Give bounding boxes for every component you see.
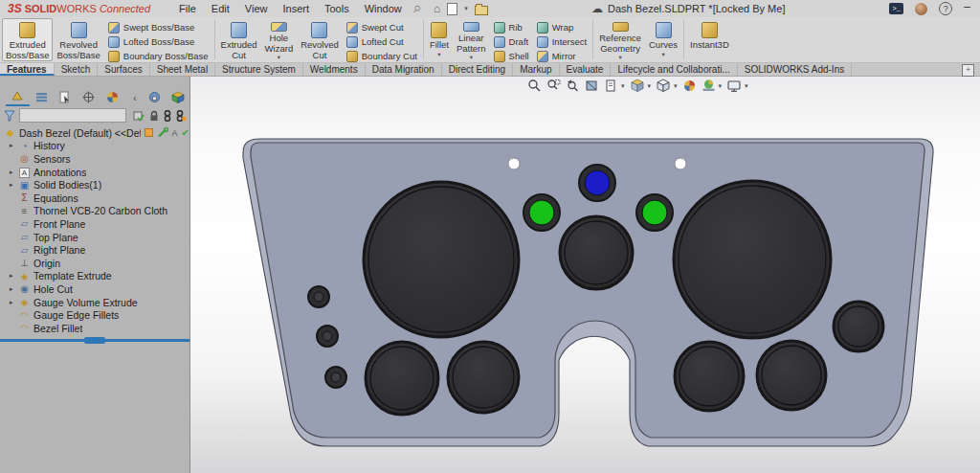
gauge-med-left-1[interactable] bbox=[366, 342, 438, 415]
menu-view[interactable]: View bbox=[237, 2, 276, 15]
linear-pattern-dropdown-icon[interactable]: ▾ bbox=[470, 54, 473, 60]
tree-item-history[interactable]: ▸ ◔ History bbox=[0, 140, 189, 153]
expander-icon[interactable]: ▸ bbox=[10, 299, 18, 306]
rib-button[interactable]: Rib bbox=[494, 21, 529, 34]
gauge-med-right-1[interactable] bbox=[675, 342, 744, 411]
model-canvas[interactable] bbox=[190, 77, 980, 473]
lofted-boss-base-button[interactable]: Lofted Boss/Base bbox=[108, 35, 209, 48]
fillet-button[interactable]: Fillet ▾ bbox=[426, 18, 453, 61]
tree-item-gauge-edge-fillets[interactable]: ◠ Gauge Edge Fillets bbox=[0, 308, 189, 322]
tree-item-equations[interactable]: Σ Equations bbox=[0, 191, 189, 205]
curves-button[interactable]: Curves ▾ bbox=[645, 18, 681, 61]
fillet-dropdown-icon[interactable]: ▾ bbox=[437, 51, 440, 57]
tree-item-hole-cut[interactable]: ▸ ◉ Hole Cut bbox=[0, 282, 189, 296]
curves-dropdown-icon[interactable]: ▾ bbox=[661, 51, 664, 57]
tab-data-migration[interactable]: Data Migration bbox=[366, 63, 442, 76]
configurationmanager-tab[interactable] bbox=[53, 91, 77, 105]
edit-appearance-icon[interactable] bbox=[682, 79, 697, 93]
extruded-boss-base-button[interactable]: Extruded Boss/Base bbox=[2, 18, 53, 61]
intersect-button[interactable]: Intersect bbox=[537, 35, 587, 48]
expand-feature-dimensions-icon[interactable]: + bbox=[962, 64, 974, 77]
menu-edit[interactable]: Edit bbox=[204, 2, 237, 15]
save-check-icon[interactable] bbox=[133, 110, 145, 122]
featuremanager-tree-tab[interactable] bbox=[6, 90, 30, 106]
revolved-cut-button[interactable]: Revolved Cut bbox=[297, 18, 343, 61]
new-document-dropdown-icon[interactable]: ▾ bbox=[464, 5, 468, 12]
tree-item-right-plane[interactable]: ▱ Right Plane bbox=[0, 243, 189, 257]
tree-item-root[interactable]: ◆ Dash Bezel (Default) <<Default>_Disp A… bbox=[0, 126, 189, 140]
gauge-med-left-2[interactable] bbox=[448, 342, 519, 413]
graphics-viewport[interactable]: ▾ ▾ ▾ ▾ ▾ bbox=[190, 77, 980, 473]
command-console-icon[interactable]: >_ bbox=[889, 3, 903, 14]
expander-icon[interactable]: ▸ bbox=[10, 285, 18, 293]
gauge-large-left[interactable] bbox=[364, 182, 519, 337]
help-icon[interactable]: ? bbox=[939, 2, 952, 15]
tree-item-template-extrude[interactable]: ▸ ◈ Template Extrude bbox=[0, 270, 189, 283]
reference-geometry-button[interactable]: Reference Geometry ▾ bbox=[595, 18, 645, 61]
tab-sketch[interactable]: Sketch bbox=[55, 63, 99, 76]
new-document-icon[interactable] bbox=[447, 3, 457, 15]
linear-pattern-button[interactable]: Linear Pattern ▾ bbox=[453, 18, 490, 61]
gauge-small-right[interactable] bbox=[834, 302, 883, 351]
minimize-button[interactable]: – bbox=[964, 0, 970, 13]
tree-item-sensors[interactable]: ◎ Sensors bbox=[0, 152, 189, 166]
tab-lifecycle-collaboration[interactable]: Lifecycle and Collaborati... bbox=[611, 63, 737, 76]
swept-boss-base-button[interactable]: Swept Boss/Base bbox=[108, 21, 209, 34]
zoom-to-area-icon[interactable] bbox=[546, 79, 561, 93]
apply-scene-icon[interactable] bbox=[702, 79, 716, 93]
expander-icon[interactable]: ▸ bbox=[10, 169, 18, 176]
gauge-large-right[interactable] bbox=[674, 181, 831, 338]
rollback-bar[interactable] bbox=[0, 339, 189, 342]
view-orientation-dropdown-icon[interactable]: ▾ bbox=[648, 82, 652, 90]
expander-icon[interactable]: ▸ bbox=[10, 142, 18, 149]
tree-item-front-plane[interactable]: ▱ Front Plane bbox=[0, 217, 189, 231]
tab-surfaces[interactable]: Surfaces bbox=[98, 63, 149, 76]
annotation-views-dropdown-icon[interactable]: ▾ bbox=[621, 82, 625, 90]
tab-evaluate[interactable]: Evaluate bbox=[560, 63, 612, 76]
menu-file[interactable]: File bbox=[171, 2, 204, 15]
tab-solidworks-add-ins[interactable]: SOLIDWORKS Add-Ins bbox=[738, 63, 852, 76]
tab-direct-editing[interactable]: Direct Editing bbox=[442, 63, 513, 76]
hole-wizard-dropdown-icon[interactable]: ▾ bbox=[278, 54, 280, 60]
tab-markup[interactable]: Markup bbox=[513, 63, 559, 76]
wrap-button[interactable]: Wrap bbox=[537, 21, 587, 34]
apply-scene-dropdown-icon[interactable]: ▾ bbox=[719, 82, 723, 90]
draft-button[interactable]: Draft bbox=[494, 35, 529, 48]
hole-wizard-button[interactable]: Hole Wizard ▾ bbox=[261, 18, 298, 61]
expander-icon[interactable]: ▸ bbox=[10, 181, 18, 189]
pin-menu-icon[interactable]: ⚲ bbox=[411, 2, 423, 14]
tree-item-material[interactable]: ≡ Thornel VCB-20 Carbon Cloth bbox=[0, 205, 189, 218]
home-icon[interactable]: ⌂ bbox=[434, 3, 440, 14]
annotation-views-icon[interactable] bbox=[604, 79, 618, 93]
propertymanager-tab[interactable] bbox=[30, 91, 54, 105]
tree-item-annotations[interactable]: ▸ A Annotations bbox=[0, 166, 189, 179]
dimxpertmanager-tab[interactable] bbox=[77, 91, 100, 105]
hole-white-left[interactable] bbox=[508, 158, 520, 169]
boundary-cut-button[interactable]: Boundary Cut bbox=[346, 50, 417, 62]
compare-sphere-tab[interactable] bbox=[143, 91, 167, 105]
swept-cut-button[interactable]: Swept Cut bbox=[346, 21, 417, 34]
view-settings-dropdown-icon[interactable]: ▾ bbox=[745, 82, 748, 90]
boundary-boss-base-button[interactable]: Boundary Boss/Base bbox=[108, 50, 209, 62]
hole-white-right[interactable] bbox=[675, 158, 686, 169]
display-style-dropdown-icon[interactable]: ▾ bbox=[674, 82, 678, 90]
open-document-icon[interactable] bbox=[475, 6, 488, 15]
tree-item-gauge-volume-extrude[interactable]: ▸ ◈ Gauge Volume Extrude bbox=[0, 296, 189, 309]
expander-icon[interactable]: ▸ bbox=[10, 272, 18, 280]
3d-views-tab[interactable] bbox=[166, 91, 189, 105]
reference-geometry-dropdown-icon[interactable]: ▾ bbox=[618, 54, 621, 60]
instant3d-button[interactable]: Instant3D bbox=[686, 18, 733, 61]
tab-features[interactable]: Features bbox=[0, 63, 55, 76]
zoom-to-fit-icon[interactable] bbox=[527, 79, 542, 93]
tree-item-bezel-fillet[interactable]: ◠ Bezel Fillet bbox=[0, 322, 189, 335]
key-icon[interactable] bbox=[164, 110, 171, 122]
key-locked-icon[interactable] bbox=[176, 110, 187, 122]
tree-item-origin[interactable]: ⊥ Origin bbox=[0, 257, 189, 270]
tree-item-solid-bodies[interactable]: ▸ ▣ Solid Bodies(1) bbox=[0, 178, 189, 191]
displaymanager-tab[interactable] bbox=[100, 91, 124, 105]
mirror-button[interactable]: Mirror bbox=[537, 50, 587, 62]
menu-tools[interactable]: Tools bbox=[317, 2, 357, 15]
lofted-cut-button[interactable]: Lofted Cut bbox=[346, 35, 417, 48]
menu-window[interactable]: Window bbox=[357, 2, 410, 15]
view-orientation-icon[interactable] bbox=[630, 79, 645, 93]
